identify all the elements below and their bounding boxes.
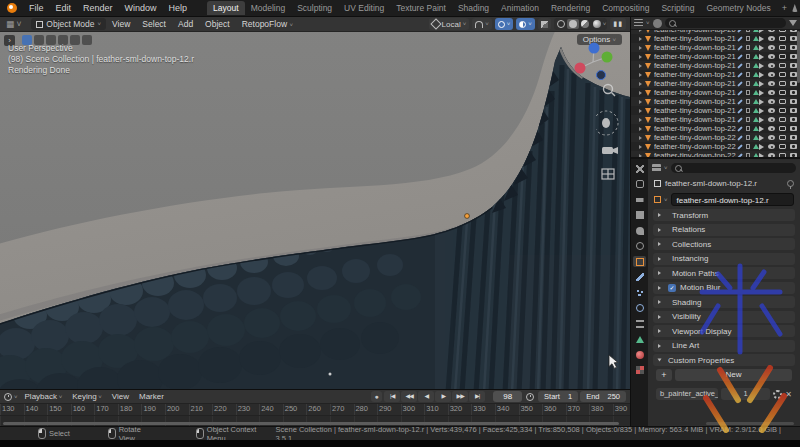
filter-icon[interactable] (789, 20, 797, 26)
timeline-ruler[interactable]: 1301401501601701801902002102202302402502… (0, 404, 630, 415)
playback-button[interactable]: ◀ (418, 391, 434, 402)
custom-properties-header[interactable]: Custom Properties (653, 354, 795, 366)
workspace-tab[interactable]: Texture Paint (390, 1, 452, 15)
pause-button[interactable]: ▮▮ (610, 18, 626, 30)
playback-button[interactable]: ◀◀ (401, 391, 417, 402)
render-disable-icon[interactable] (790, 36, 797, 41)
expand-icon[interactable] (639, 109, 642, 113)
add-property-icon[interactable]: + (656, 369, 672, 381)
panel-section-header[interactable]: Relations (653, 224, 795, 236)
properties-editor-icon[interactable] (652, 164, 661, 173)
hide-toggle-icon[interactable] (768, 99, 775, 104)
property-name-chip[interactable]: b_painter_active_mat... (656, 388, 718, 400)
viewport-disable-icon[interactable] (779, 153, 786, 157)
workspace-tab[interactable]: Rendering (545, 1, 596, 15)
gear-icon[interactable] (773, 390, 782, 399)
blender-logo-icon[interactable] (7, 3, 17, 13)
auto-key-record-button[interactable]: ● (371, 391, 382, 402)
property-value-field[interactable]: 1 (721, 388, 770, 400)
object-name-field[interactable]: feather-sml-down-top-12.r (671, 193, 794, 206)
viewport-disable-icon[interactable] (779, 126, 786, 131)
menu-item[interactable]: Help (163, 3, 194, 13)
hide-toggle-icon[interactable] (768, 63, 775, 68)
hide-toggle-icon[interactable] (768, 117, 775, 122)
menu-item[interactable]: Edit (50, 3, 78, 13)
expand-icon[interactable] (639, 136, 642, 140)
editor-type-icon[interactable]: ▦ ˅ (0, 19, 27, 29)
panel-section-header[interactable]: Instancing (653, 253, 795, 265)
tab-scene[interactable] (633, 225, 646, 236)
selectable-toggle-icon[interactable] (759, 54, 764, 60)
breadcrumb-object-name[interactable]: feather-sml-down-top-12.r (665, 179, 757, 188)
viewport-disable-icon[interactable] (779, 63, 786, 68)
expand-icon[interactable] (639, 64, 642, 68)
tab-physics[interactable] (633, 303, 646, 314)
expand-icon[interactable] (639, 127, 642, 131)
outliner-row[interactable]: feather-tiny-down-top-217.r (631, 97, 797, 106)
chevron-down-icon[interactable]: ˅ (646, 20, 650, 26)
shading-rendered-button[interactable] (591, 19, 603, 29)
selectable-toggle-icon[interactable] (759, 81, 764, 87)
tab-render[interactable] (633, 179, 646, 190)
workspace-tab[interactable]: Scripting (655, 1, 700, 15)
hide-toggle-icon[interactable] (768, 153, 775, 157)
timeline-menu-item[interactable]: Playback (20, 392, 68, 401)
shading-solid-button[interactable] (567, 19, 579, 29)
outliner-row[interactable]: feather-tiny-down-top-212.r (631, 52, 797, 61)
tab-object-data[interactable] (633, 334, 646, 345)
selectable-toggle-icon[interactable] (759, 153, 764, 158)
render-disable-icon[interactable] (790, 90, 797, 95)
move-icon[interactable] (596, 111, 618, 135)
outliner-editor-icon[interactable] (634, 19, 643, 28)
expand-icon[interactable] (639, 37, 642, 41)
viewport-disable-icon[interactable] (779, 45, 786, 50)
outliner-row[interactable]: feather-tiny-down-top-219.r (631, 115, 797, 124)
viewport-disable-icon[interactable] (779, 36, 786, 41)
viewport-disable-icon[interactable] (779, 99, 786, 104)
render-disable-icon[interactable] (790, 126, 797, 131)
display-mode-icon[interactable] (653, 19, 662, 28)
render-disable-icon[interactable] (790, 30, 797, 32)
expand-icon[interactable] (639, 55, 642, 59)
outliner-row[interactable]: feather-tiny-down-top-215.r (631, 79, 797, 88)
hide-toggle-icon[interactable] (768, 45, 775, 50)
tab-modifiers[interactable] (633, 272, 646, 283)
panel-section-header[interactable]: Collections (653, 238, 795, 250)
delete-property-icon[interactable]: ✕ (785, 390, 792, 399)
workspace-tab[interactable]: Animation (495, 1, 545, 15)
tab-world[interactable] (633, 241, 646, 252)
outliner-search-input[interactable] (665, 18, 786, 28)
workspace-tab[interactable]: Layout (207, 1, 245, 15)
workspace-tab[interactable]: Sculpting (291, 1, 338, 15)
timeline-menu-item[interactable]: Marker (134, 392, 169, 401)
playback-button[interactable]: ▶▶ (452, 391, 468, 402)
playback-button[interactable]: ▶ (435, 391, 451, 402)
workspace-tab[interactable]: Shading (452, 1, 495, 15)
selectable-toggle-icon[interactable] (759, 63, 764, 69)
overlays-toggle[interactable]: ˅ (516, 18, 535, 30)
chevron-down-icon[interactable]: ˅ (14, 394, 18, 400)
viewport-disable-icon[interactable] (779, 117, 786, 122)
timeline-menu-item[interactable]: View (107, 392, 134, 401)
viewport-disable-icon[interactable] (779, 72, 786, 77)
menu-item[interactable]: Window (119, 3, 163, 13)
hide-toggle-icon[interactable] (768, 81, 775, 86)
viewport-disable-icon[interactable] (779, 90, 786, 95)
render-disable-icon[interactable] (790, 144, 797, 149)
tab-constraints[interactable] (633, 318, 646, 329)
outliner-row[interactable]: feather-tiny-down-top-218.r (631, 106, 797, 115)
panel-section-header[interactable]: ✓ Motion Blur (653, 282, 795, 294)
selectable-toggle-icon[interactable] (759, 135, 764, 141)
selectable-toggle-icon[interactable] (759, 144, 764, 150)
workspace-tab[interactable]: Modeling (245, 1, 292, 15)
tab-material[interactable] (633, 349, 646, 360)
tab-texture[interactable] (633, 365, 646, 376)
viewport-disable-icon[interactable] (779, 54, 786, 59)
render-disable-icon[interactable] (790, 72, 797, 77)
hide-toggle-icon[interactable] (768, 30, 775, 32)
expand-icon[interactable] (639, 46, 642, 50)
render-disable-icon[interactable] (790, 135, 797, 140)
expand-icon[interactable] (639, 145, 642, 149)
selectable-toggle-icon[interactable] (759, 90, 764, 96)
viewport-disable-icon[interactable] (779, 144, 786, 149)
